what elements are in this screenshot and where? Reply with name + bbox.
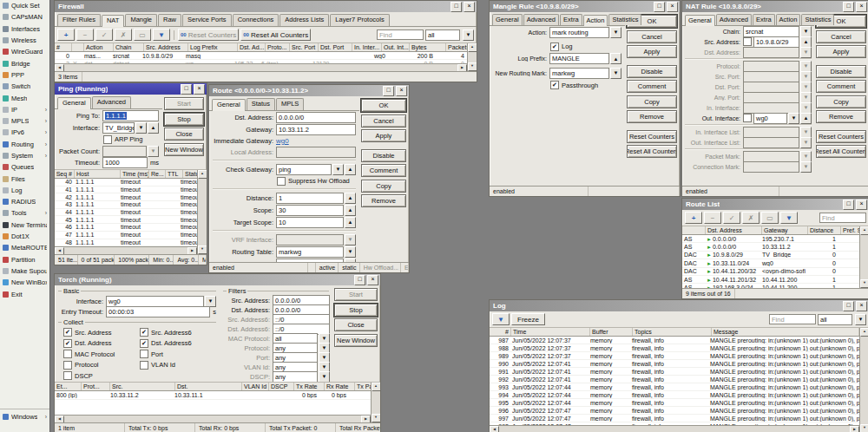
sidebar-item[interactable]: IP ›: [0, 104, 49, 115]
tab[interactable]: Status: [247, 98, 275, 110]
checkbox[interactable]: [103, 135, 112, 144]
tab[interactable]: Service Ports: [182, 14, 232, 26]
table-row[interactable]: 800 (ip) 10.33.11.210.33.11.1 0 bps0 bps…: [55, 391, 371, 400]
checkbox[interactable]: [63, 339, 72, 348]
checkbox[interactable]: [63, 350, 72, 358]
scroll-down-icon[interactable]: ▼: [860, 279, 868, 288]
table-row[interactable]: DAC ►10.44.11.200/32 <ovpn-dimo-sofia> 0: [682, 268, 859, 276]
scroll-right-icon[interactable]: ▶: [361, 416, 371, 422]
dialog-button[interactable]: Stop: [164, 113, 204, 126]
dialog-button[interactable]: Copy: [627, 95, 677, 108]
entry-timeout-input[interactable]: 00:00:03: [106, 306, 210, 317]
comment-icon[interactable]: ▭: [761, 212, 779, 224]
sidebar-item[interactable]: WireGuard: [0, 46, 49, 57]
filter-icon[interactable]: ▼: [780, 212, 798, 224]
horizontal-scrollbar[interactable]: ◀▶: [55, 63, 467, 71]
table-row[interactable]: 481.1.1.1 timeout timeout: [55, 239, 197, 247]
table-row[interactable]: 431.1.1.1 timeout timeout: [55, 201, 197, 209]
checkbox[interactable]: [550, 43, 559, 51]
table-row[interactable]: 991 Jun/05/2022 12:07:41 memory firewall…: [490, 368, 859, 376]
dialog-button[interactable]: Apply: [816, 45, 866, 58]
dropdown-icon[interactable]: ▼: [610, 27, 621, 38]
tab[interactable]: Action: [583, 15, 608, 26]
sidebar-item[interactable]: Files: [0, 173, 49, 184]
filter-scope-select[interactable]: all: [425, 29, 460, 41]
table-row[interactable]: 987 Jun/05/2022 12:07:37 memory firewall…: [490, 337, 859, 344]
dialog-button[interactable]: Comment: [361, 164, 406, 177]
table-row[interactable]: 461.1.1.1 timeout timeout: [55, 224, 197, 232]
scroll-down-icon[interactable]: ▼: [372, 414, 381, 422]
collect-checkbox[interactable]: Dst. Address: [63, 338, 140, 350]
immediate-gateway-link[interactable]: wg0: [276, 137, 289, 145]
scroll-left-icon[interactable]: ◀: [55, 64, 64, 71]
tab[interactable]: Connections: [233, 14, 279, 26]
collect-checkbox[interactable]: DSCP: [63, 370, 140, 382]
table-row[interactable]: 992 Jun/05/2022 12:07:41 memory firewall…: [490, 376, 859, 383]
negate-checkbox[interactable]: [743, 37, 752, 46]
close-icon[interactable]: ×: [396, 86, 407, 96]
interface-input[interactable]: TV_Bridge: [102, 122, 135, 134]
collapse-up-icon[interactable]: ▲: [345, 164, 356, 175]
checkbox[interactable]: [140, 361, 148, 370]
sidebar-item[interactable]: Quick Set: [0, 0, 49, 11]
dialog-button[interactable]: Stop: [334, 304, 378, 317]
collect-checkbox[interactable]: Dst. Address6: [140, 338, 216, 350]
vertical-scrollbar[interactable]: ▲▼: [859, 226, 868, 288]
local-address-input[interactable]: [276, 147, 356, 158]
checkbox[interactable]: [277, 177, 286, 186]
find-input[interactable]: [769, 314, 816, 324]
comment-icon[interactable]: ▭: [134, 29, 151, 41]
ping-to-input[interactable]: 1.1.1.1: [102, 110, 159, 121]
table-row[interactable]: 994 Jun/05/2022 12:07:44 memory firewall…: [490, 391, 859, 399]
table-row[interactable]: 401.1.1.1 timeout timeout: [55, 179, 197, 187]
add-icon[interactable]: +: [685, 212, 702, 224]
collapse-up-icon[interactable]: ▲: [148, 122, 159, 134]
table-row[interactable]: 0 mas...srcnat 10.9.8.0/29masq wg0 200 B…: [55, 52, 467, 60]
find-input[interactable]: [819, 213, 866, 223]
find-input[interactable]: [377, 29, 424, 40]
restore-icon[interactable]: □: [450, 2, 462, 12]
dialog-button[interactable]: Disable: [627, 65, 677, 78]
tab[interactable]: General: [212, 99, 246, 111]
tab[interactable]: Filter Rules: [57, 14, 101, 26]
tab[interactable]: Layer7 Protocols: [330, 14, 389, 26]
chevron-down-icon[interactable]: ▼: [855, 314, 866, 325]
disable-icon[interactable]: ✗: [115, 29, 132, 41]
scroll-up-icon[interactable]: ▲: [198, 170, 207, 179]
scope-input[interactable]: 30: [276, 205, 344, 216]
collapse-up-icon[interactable]: ▲: [800, 113, 812, 124]
checkbox[interactable]: [63, 371, 72, 380]
table-row[interactable]: 989 Jun/05/2022 12:07:37 memory firewall…: [490, 352, 859, 360]
scroll-right-icon[interactable]: ▶: [457, 64, 467, 71]
table-row[interactable]: 451.1.1.1 timeout timeout: [55, 216, 197, 224]
filter-scope-select[interactable]: all: [818, 314, 852, 325]
dialog-button[interactable]: Remove: [816, 110, 866, 123]
dropdown-icon[interactable]: ▼: [800, 47, 812, 58]
dialog-button[interactable]: Comment: [627, 80, 677, 93]
routing-table-input[interactable]: markwg: [276, 246, 344, 258]
enable-icon[interactable]: ✓: [723, 212, 740, 224]
dialog-button[interactable]: Copy: [816, 95, 866, 108]
out-interface-input[interactable]: wg0: [753, 113, 787, 124]
passthrough-checkbox[interactable]: Passthrough: [550, 81, 598, 89]
checkbox[interactable]: [140, 328, 148, 337]
dialog-button[interactable]: Reset Counters: [627, 130, 677, 143]
dropdown-icon[interactable]: ▼: [610, 68, 621, 79]
collect-checkbox[interactable]: Src. Address: [63, 327, 140, 338]
route-list-titlebar[interactable]: Route List □ ×: [682, 199, 868, 210]
log-checkbox[interactable]: Log: [550, 43, 573, 51]
sidebar-item[interactable]: New WinBox: [0, 277, 49, 288]
table-row[interactable]: 990 Jun/05/2022 12:07:41 memory firewall…: [490, 360, 859, 368]
dialog-button[interactable]: Comment: [816, 80, 866, 93]
scroll-down-icon[interactable]: ▼: [860, 424, 868, 432]
dropdown-icon[interactable]: ▼: [332, 164, 344, 175]
tab[interactable]: Advanced: [523, 14, 559, 25]
close-icon[interactable]: ×: [856, 2, 867, 12]
scroll-up-icon[interactable]: ▲: [468, 43, 477, 52]
tab[interactable]: Raw: [158, 14, 181, 26]
filter-icon[interactable]: ▼: [153, 29, 170, 41]
tab[interactable]: Address Lists: [279, 14, 329, 26]
enable-icon[interactable]: ✓: [95, 29, 113, 41]
mangle-titlebar[interactable]: Mangle Rule <10.9.8.0/29> □ ×: [490, 1, 680, 12]
firewall-table-header[interactable]: # ActionChain Src. AddressLog Prefix Dst…: [55, 43, 467, 52]
